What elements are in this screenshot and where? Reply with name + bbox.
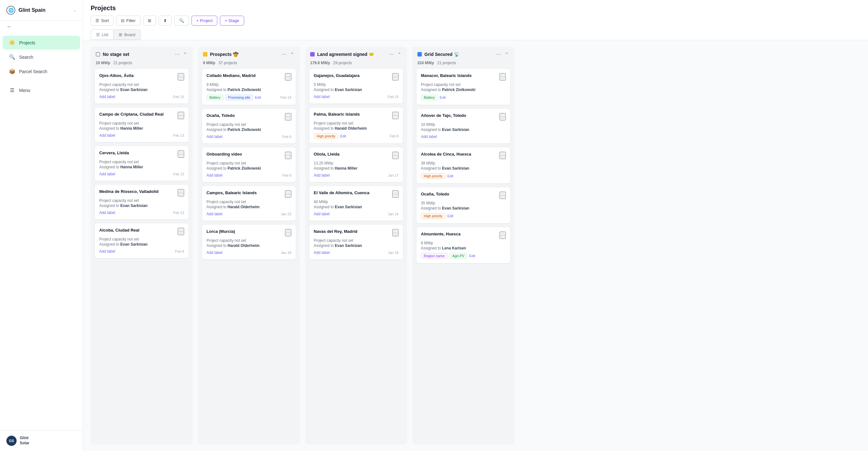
- group-button[interactable]: ⊞: [143, 16, 156, 26]
- back-button[interactable]: ←: [0, 21, 83, 33]
- card-header: Gajanejos, Guadalajara ⋯: [314, 73, 399, 81]
- column-header-left: No stage set: [96, 52, 129, 57]
- card-menu-button[interactable]: ⋯: [285, 190, 291, 198]
- table-row: Ocaña, Toledo ⋯ 35 MWp Assigned to Evan …: [416, 187, 510, 224]
- search-button[interactable]: 🔍: [174, 16, 189, 26]
- card-menu-button[interactable]: ⋯: [392, 229, 399, 236]
- column-menu-button-prospects[interactable]: ⋯: [281, 51, 287, 57]
- edit-label-button[interactable]: Edit: [440, 94, 446, 100]
- sidebar-header: 🌐 Glint Spain ⌄: [0, 0, 83, 21]
- card-menu-button[interactable]: ⋯: [499, 113, 506, 120]
- add-label-button[interactable]: Add label: [99, 249, 115, 254]
- add-label-button[interactable]: Add label: [207, 212, 222, 216]
- add-label-button[interactable]: Add label: [207, 250, 222, 255]
- download-button[interactable]: ⬇: [159, 16, 172, 26]
- card-footer: Add label Jan 22: [207, 212, 291, 216]
- column-header-grid-secured: Grid Secured 📡 ⋯ ⌃: [412, 47, 515, 61]
- card-assigned: Assigned to Evan Sarkisian: [314, 87, 399, 92]
- sidebar-item-search[interactable]: 🔍 Search: [3, 50, 80, 64]
- card-footer: High priorityEdit: [421, 213, 506, 219]
- tab-list[interactable]: ☰ List: [91, 29, 114, 40]
- column-cards-prospects: Collado Mediano, Madrid ⋯ 9 MWp Assigned…: [198, 68, 300, 445]
- card-menu-button[interactable]: ⋯: [178, 228, 184, 235]
- card-menu-button[interactable]: ⋯: [392, 152, 399, 159]
- card-menu-button[interactable]: ⋯: [499, 192, 506, 199]
- card-date: Jan 16: [388, 251, 399, 255]
- add-stage-button[interactable]: + Stage: [220, 16, 244, 26]
- column-menu-button-land-agreement[interactable]: ⋯: [389, 51, 395, 57]
- card-header: Palma, Balearic Islands ⋯: [314, 112, 399, 119]
- card-header: Ocaña, Toledo ⋯: [207, 113, 291, 120]
- card-menu-button[interactable]: ⋯: [285, 113, 291, 120]
- add-label-button[interactable]: Add label: [99, 210, 115, 215]
- add-label-button[interactable]: Add label: [207, 135, 222, 139]
- edit-label-button[interactable]: Edit: [447, 213, 454, 219]
- card-date: Feb 8: [390, 134, 399, 138]
- filter-button[interactable]: ⊟ Filter: [116, 16, 141, 26]
- add-label-button[interactable]: Add label: [314, 212, 330, 216]
- table-row: Medina de Rioseco, Valladolid ⋯ Project …: [94, 184, 189, 220]
- card-labels: BatteryPromising siteEdit: [207, 94, 261, 100]
- card-capacity: Project capacity not set: [99, 237, 184, 242]
- add-label-button[interactable]: Add label: [99, 94, 115, 99]
- table-row: Ojos-Albos, Ávila ⋯ Project capacity not…: [94, 68, 189, 104]
- add-label-button[interactable]: Add label: [314, 94, 330, 99]
- card-menu-button[interactable]: ⋯: [285, 152, 291, 159]
- add-project-button[interactable]: + Project: [191, 16, 218, 26]
- toolbar: ☰ Sort ⊟ Filter ⊞ ⬇ 🔍 + Project + Stage: [91, 16, 860, 26]
- card-menu-button[interactable]: ⋯: [392, 190, 399, 198]
- main-header: Projects ☰ Sort ⊟ Filter ⊞ ⬇ 🔍 + Project: [83, 0, 868, 40]
- column-collapse-button-land-agreement[interactable]: ⌃: [397, 51, 402, 57]
- board-column-grid-secured: Grid Secured 📡 ⋯ ⌃ 224 MWp 21 projects M…: [412, 47, 515, 445]
- menu-icon: ☰: [9, 87, 15, 93]
- edit-label-button[interactable]: Edit: [340, 133, 346, 139]
- add-label-button[interactable]: Add label: [207, 173, 222, 177]
- tab-board[interactable]: ⊞ Board: [114, 29, 141, 40]
- edit-label-button[interactable]: Edit: [255, 94, 261, 100]
- card-menu-button[interactable]: ⋯: [499, 231, 506, 239]
- column-stats-grid-secured: 224 MWp 21 projects: [412, 61, 515, 68]
- column-collapse-button-grid-secured[interactable]: ⌃: [504, 51, 509, 57]
- card-assigned: Assigned to Evan Sarkisian: [421, 128, 506, 132]
- column-menu-button-no-stage[interactable]: ⋯: [174, 51, 180, 57]
- add-label-button[interactable]: Add label: [99, 172, 115, 176]
- chevron-down-icon[interactable]: ⌄: [73, 8, 76, 12]
- card-assigned: Assigned to Evan Sarkisian: [99, 242, 184, 247]
- table-row: Cervera, Lleida ⋯ Project capacity not s…: [94, 146, 189, 181]
- card-header: Cervera, Lleida ⋯: [99, 150, 184, 158]
- card-menu-button[interactable]: ⋯: [178, 150, 184, 158]
- sidebar-item-menu[interactable]: ☰ Menu: [3, 83, 80, 97]
- card-menu-button[interactable]: ⋯: [392, 112, 399, 119]
- column-collapse-button-no-stage[interactable]: ⌃: [183, 51, 188, 57]
- card-footer: Add label Feb 13: [99, 172, 184, 176]
- label-tag: Promising site: [225, 94, 253, 100]
- add-label-button[interactable]: Add label: [314, 173, 330, 177]
- card-assigned: Assigned to Evan Sarkisian: [314, 205, 399, 209]
- card-menu-button[interactable]: ⋯: [178, 112, 184, 119]
- add-label-button[interactable]: Add label: [421, 135, 437, 139]
- card-header: Onboarding video ⋯: [207, 152, 291, 159]
- column-collapse-button-prospects[interactable]: ⌃: [290, 51, 295, 57]
- card-menu-button[interactable]: ⋯: [178, 189, 184, 196]
- column-menu-button-grid-secured[interactable]: ⋯: [496, 51, 502, 57]
- card-menu-button[interactable]: ⋯: [285, 73, 291, 81]
- card-menu-button[interactable]: ⋯: [178, 73, 184, 81]
- sidebar-header-left: 🌐 Glint Spain: [6, 6, 45, 15]
- board-container: No stage set ⋯ ⌃ 10 MWp 21 projects Ojos…: [83, 40, 868, 451]
- card-labels: BatteryEdit: [421, 94, 446, 100]
- sidebar-item-projects[interactable]: ☀️ Projects: [3, 36, 80, 50]
- card-footer: Add label Feb 8: [99, 249, 184, 254]
- card-menu-button[interactable]: ⋯: [285, 229, 291, 236]
- card-menu-button[interactable]: ⋯: [499, 73, 506, 81]
- edit-label-button[interactable]: Edit: [447, 173, 454, 179]
- add-label-button[interactable]: Add label: [314, 250, 330, 255]
- card-title: Ojos-Albos, Ávila: [99, 73, 134, 78]
- sort-button[interactable]: ☰ Sort: [91, 16, 114, 26]
- card-menu-button[interactable]: ⋯: [499, 152, 506, 159]
- edit-label-button[interactable]: Edit: [469, 253, 475, 259]
- card-menu-button[interactable]: ⋯: [392, 73, 399, 81]
- sidebar-item-parcel-search[interactable]: 📦 Parcel Search: [3, 64, 80, 78]
- download-icon: ⬇: [163, 18, 167, 23]
- column-header-land-agreement: Land agreement signed 🤝 ⋯ ⌃: [305, 47, 407, 61]
- add-label-button[interactable]: Add label: [99, 133, 115, 138]
